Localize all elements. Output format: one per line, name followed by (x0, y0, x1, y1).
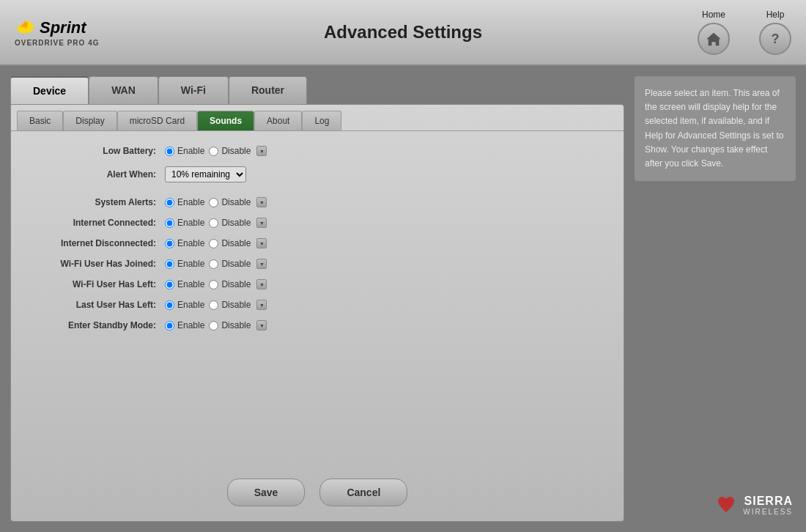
main-area: Device WAN Wi-Fi Router Basic Display mi… (0, 66, 806, 532)
tab-log[interactable]: Log (302, 111, 341, 130)
right-panel: Please select an item. This area of the … (635, 76, 796, 522)
system-alerts-disable-radio[interactable] (209, 198, 218, 207)
internet-connected-disable-label[interactable]: Disable (209, 218, 251, 228)
internet-disconnected-radio-group: Enable Disable (165, 238, 267, 248)
save-button[interactable]: Save (227, 479, 306, 506)
wifi-user-left-disable-radio[interactable] (209, 280, 218, 289)
internet-connected-dropdown-arrow[interactable] (256, 218, 267, 228)
alert-when-row: Alert When: 5% remaining 10% remaining 1… (33, 166, 602, 182)
standby-mode-disable-text: Disable (221, 320, 251, 330)
last-user-left-enable-text: Enable (177, 300, 204, 310)
form-content: Low Battery: Enable Disable (11, 131, 624, 464)
wifi-user-joined-label: Wi-Fi User Has Joined: (33, 259, 165, 269)
standby-mode-enable-label[interactable]: Enable (165, 320, 204, 330)
last-user-left-dropdown-arrow[interactable] (256, 300, 267, 310)
system-alerts-disable-label[interactable]: Disable (209, 197, 251, 207)
secondary-tabs: Basic Display microSD Card Sounds About … (11, 105, 624, 131)
help-nav-item[interactable]: Help ? (759, 10, 791, 55)
tab-basic[interactable]: Basic (17, 111, 63, 130)
internet-disconnected-enable-radio[interactable] (165, 239, 174, 248)
wifi-user-left-enable-radio[interactable] (165, 280, 174, 289)
wifi-user-left-enable-label[interactable]: Enable (165, 279, 204, 289)
wifi-user-left-disable-text: Disable (221, 279, 251, 289)
internet-disconnected-dropdown-arrow[interactable] (256, 238, 267, 248)
page-title-area: Advanced Settings (324, 22, 482, 43)
wifi-user-left-dropdown-arrow[interactable] (256, 279, 267, 289)
help-nav-label: Help (766, 10, 785, 20)
low-battery-disable-radio[interactable] (209, 147, 218, 156)
last-user-left-radio-group: Enable Disable (165, 300, 267, 310)
internet-connected-enable-label[interactable]: Enable (165, 218, 204, 228)
low-battery-dropdown-arrow[interactable] (256, 146, 267, 156)
internet-disconnected-disable-label[interactable]: Disable (209, 238, 251, 248)
low-battery-radio-group: Enable Disable (165, 146, 267, 156)
standby-mode-dropdown-arrow[interactable] (256, 320, 267, 330)
system-alerts-enable-label[interactable]: Enable (165, 197, 204, 207)
wifi-user-left-row: Wi-Fi User Has Left: Enable Disable (33, 279, 602, 289)
header: Sprint OVERDRIVE PRO 4G Advanced Setting… (0, 0, 806, 66)
standby-mode-row: Enter Standby Mode: Enable Disable (33, 320, 602, 330)
internet-disconnected-disable-radio[interactable] (209, 239, 218, 248)
standby-mode-disable-radio[interactable] (209, 321, 218, 330)
internet-connected-enable-text: Enable (177, 218, 204, 228)
help-button[interactable]: ? (759, 23, 791, 55)
cancel-button[interactable]: Cancel (319, 479, 407, 506)
tab-microsd[interactable]: microSD Card (117, 111, 197, 130)
content-box: Basic Display microSD Card Sounds About … (10, 104, 624, 522)
wifi-user-joined-enable-radio[interactable] (165, 259, 174, 269)
wifi-user-joined-radio-group: Enable Disable (165, 259, 267, 269)
home-icon (706, 31, 722, 47)
standby-mode-enable-radio[interactable] (165, 321, 174, 330)
tab-display[interactable]: Display (63, 111, 117, 130)
alert-when-select[interactable]: 5% remaining 10% remaining 15% remaining… (165, 166, 246, 182)
home-nav-item[interactable]: Home (698, 10, 730, 55)
wifi-user-left-radio-group: Enable Disable (165, 279, 267, 289)
low-battery-enable-text: Enable (177, 146, 204, 156)
tab-wan[interactable]: WAN (89, 76, 158, 104)
wifi-user-left-disable-label[interactable]: Disable (209, 279, 251, 289)
wifi-user-joined-dropdown-arrow[interactable] (256, 259, 267, 269)
standby-mode-label: Enter Standby Mode: (33, 320, 165, 330)
sprint-brand-text: Sprint (40, 18, 86, 37)
system-alerts-dropdown-arrow[interactable] (256, 197, 267, 207)
internet-disconnected-enable-label[interactable]: Enable (165, 238, 204, 248)
wifi-user-joined-enable-label[interactable]: Enable (165, 259, 204, 269)
wifi-user-left-enable-text: Enable (177, 279, 204, 289)
low-battery-disable-label[interactable]: Disable (209, 146, 251, 156)
nav-buttons: Home Help ? (698, 10, 791, 55)
page-title: Advanced Settings (324, 22, 482, 43)
system-alerts-label: System Alerts: (33, 197, 165, 207)
home-button[interactable] (698, 23, 730, 55)
last-user-left-row: Last User Has Left: Enable Disable (33, 300, 602, 310)
low-battery-label: Low Battery: (33, 146, 165, 156)
tab-about[interactable]: About (254, 111, 302, 130)
internet-connected-row: Internet Connected: Enable Disable (33, 218, 602, 228)
low-battery-enable-label[interactable]: Enable (165, 146, 204, 156)
tab-router[interactable]: Router (229, 76, 307, 104)
internet-connected-enable-radio[interactable] (165, 218, 174, 228)
tab-wifi[interactable]: Wi-Fi (158, 76, 229, 104)
low-battery-enable-radio[interactable] (165, 147, 174, 156)
internet-disconnected-label: Internet Disconnected: (33, 238, 165, 248)
system-alerts-enable-radio[interactable] (165, 198, 174, 207)
wifi-user-joined-disable-radio[interactable] (209, 259, 218, 269)
last-user-left-enable-label[interactable]: Enable (165, 300, 204, 310)
wifi-user-joined-disable-label[interactable]: Disable (209, 259, 251, 269)
last-user-left-disable-radio[interactable] (209, 300, 218, 310)
sprint-logo: Sprint (15, 18, 86, 37)
system-alerts-enable-text: Enable (177, 197, 204, 207)
wifi-user-joined-row: Wi-Fi User Has Joined: Enable Disable (33, 259, 602, 269)
tab-device[interactable]: Device (10, 76, 89, 104)
standby-mode-disable-label[interactable]: Disable (209, 320, 251, 330)
standby-mode-enable-text: Enable (177, 320, 204, 330)
last-user-left-enable-radio[interactable] (165, 300, 174, 310)
standby-mode-radio-group: Enable Disable (165, 320, 267, 330)
internet-connected-disable-radio[interactable] (209, 218, 218, 228)
sierra-logo-text: SIERRA WIRELESS (743, 495, 793, 516)
tab-sounds[interactable]: Sounds (197, 111, 254, 130)
sierra-wireless-icon (715, 494, 737, 516)
internet-connected-label: Internet Connected: (33, 218, 165, 228)
last-user-left-disable-label[interactable]: Disable (209, 300, 251, 310)
wifi-user-joined-disable-text: Disable (221, 259, 251, 269)
system-alerts-radio-group: Enable Disable (165, 197, 267, 207)
